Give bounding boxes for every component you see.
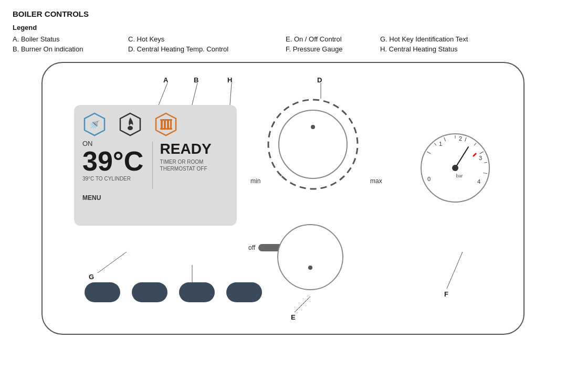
legend-item-E: E. On / Off Control xyxy=(286,35,380,44)
display-bottom: ON 39°C 39°C TO CYLINDER READY TIMER OR … xyxy=(82,140,228,189)
svg-text:3: 3 xyxy=(479,155,482,161)
annotation-H: H xyxy=(227,76,232,84)
svg-point-22 xyxy=(278,225,343,290)
page-title: BOILER CONTROLS xyxy=(13,9,553,18)
hot-key-4[interactable] xyxy=(226,282,262,302)
svg-rect-15 xyxy=(167,120,169,129)
legend-item-F: F. Pressure Gauge xyxy=(286,45,380,54)
pressure-gauge: 0 1 2 3 4 bar xyxy=(418,131,492,205)
display-panel: 🚿 xyxy=(74,105,237,226)
annotation-A: A xyxy=(163,76,168,84)
svg-line-6 xyxy=(295,296,310,312)
central-heating-dial[interactable] xyxy=(263,94,363,194)
legend-item-D: D. Central Heating Temp. Control xyxy=(128,45,286,54)
annotation-D: D xyxy=(317,76,322,84)
icons-row: 🚿 xyxy=(82,112,228,136)
hot-key-1[interactable] xyxy=(85,282,120,302)
legend-section: Legend A. Boiler Status C. Hot Keys E. O… xyxy=(13,24,553,54)
max-label: max xyxy=(370,177,382,185)
right-status-section: READY TIMER OR ROOMTHERMOSTAT OFF xyxy=(160,140,228,172)
svg-text:0: 0 xyxy=(427,176,431,182)
svg-point-23 xyxy=(308,266,312,270)
min-label: min xyxy=(250,177,260,185)
annotation-G: G xyxy=(89,273,94,281)
svg-text:🚿: 🚿 xyxy=(89,120,100,130)
svg-rect-18 xyxy=(160,128,172,130)
divider xyxy=(152,142,153,189)
svg-point-20 xyxy=(279,110,347,178)
onoff-dial[interactable] xyxy=(274,220,347,294)
legend-grid: A. Boiler Status C. Hot Keys E. On / Off… xyxy=(13,35,553,54)
ready-label: READY xyxy=(160,142,228,156)
annotation-E: E xyxy=(291,313,296,321)
legend-item-G: G. Hot Key Identification Text xyxy=(380,35,553,44)
annotation-F: F xyxy=(444,290,448,298)
annotation-B: B xyxy=(194,76,198,84)
hot-key-2[interactable] xyxy=(132,282,167,302)
svg-text:1: 1 xyxy=(439,141,442,147)
hot-key-3[interactable] xyxy=(179,282,215,302)
hot-keys-row xyxy=(85,282,262,302)
svg-marker-10 xyxy=(120,113,140,135)
svg-line-3 xyxy=(98,252,127,273)
legend-item-B: B. Burner On indication xyxy=(13,45,128,54)
off-label: off xyxy=(248,244,255,251)
svg-text:4: 4 xyxy=(477,178,480,185)
temperature-display: 39°C xyxy=(82,147,145,175)
svg-text:bar: bar xyxy=(456,173,463,178)
burner-on-icon xyxy=(118,112,142,136)
svg-point-33 xyxy=(452,165,458,171)
svg-point-11 xyxy=(128,126,133,130)
timer-label: TIMER OR ROOMTHERMOSTAT OFF xyxy=(160,158,228,172)
svg-line-7 xyxy=(447,252,463,289)
legend-item-A: A. Boiler Status xyxy=(13,35,128,44)
left-temp-section: ON 39°C 39°C TO CYLINDER xyxy=(82,140,145,182)
boiler-panel-wrap: A B H D G C xyxy=(13,62,553,335)
svg-rect-14 xyxy=(164,120,166,129)
legend-title: Legend xyxy=(13,24,553,31)
menu-label: MENU xyxy=(82,194,228,202)
central-heating-status-icon xyxy=(154,112,178,136)
svg-rect-13 xyxy=(161,120,163,129)
svg-rect-16 xyxy=(170,120,172,129)
boiler-outline: A B H D G C xyxy=(41,62,525,335)
temp-sub: 39°C TO CYLINDER xyxy=(82,176,145,182)
svg-text:2: 2 xyxy=(459,135,462,142)
svg-point-21 xyxy=(311,125,315,129)
svg-rect-17 xyxy=(160,119,172,121)
legend-item-C: C. Hot Keys xyxy=(128,35,286,44)
legend-item-H: H. Central Heating Status xyxy=(380,45,553,54)
boiler-status-icon: 🚿 xyxy=(82,112,107,136)
